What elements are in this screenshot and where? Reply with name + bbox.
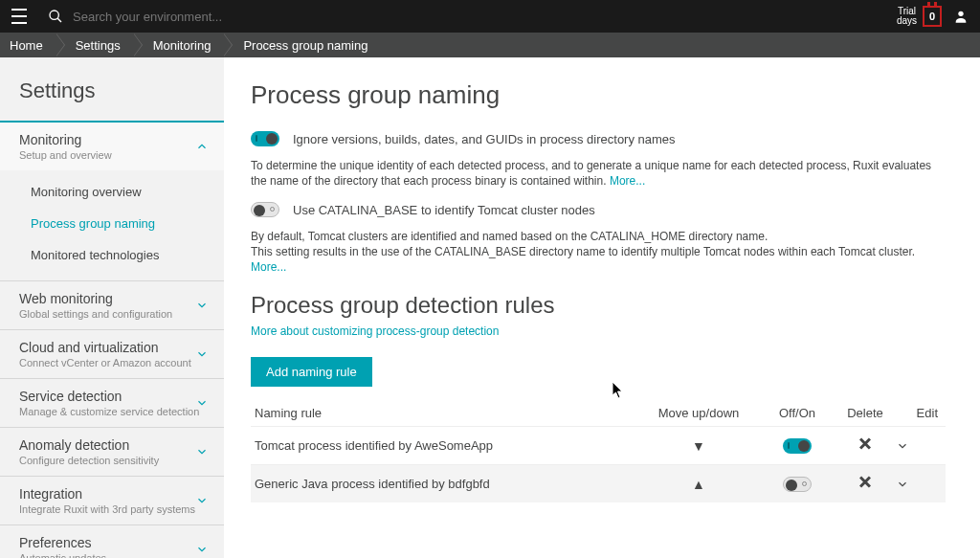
sidebar-item-process-group-naming[interactable]: Process group naming (0, 208, 224, 239)
desc-catalina-base: By default, Tomcat clusters are identifi… (251, 229, 946, 275)
breadcrumb: Home Settings Monitoring Process group n… (0, 33, 980, 57)
sidebar-section-service-detection[interactable]: Service detection Manage & customize ser… (0, 378, 224, 427)
crumb-home[interactable]: Home (0, 33, 56, 57)
delete-icon[interactable] (858, 436, 873, 452)
sidebar-item-monitored-technologies[interactable]: Monitored technologies (0, 239, 224, 271)
chevron-down-icon (195, 543, 209, 556)
expand-icon[interactable] (896, 478, 938, 491)
menu-icon[interactable] (11, 9, 27, 24)
search-icon[interactable] (48, 9, 63, 24)
crumb-current: Process group naming (224, 33, 381, 57)
sidebar-section-web-monitoring[interactable]: Web monitoring Global settings and confi… (0, 280, 224, 329)
move-up-icon[interactable]: ▲ (692, 477, 705, 492)
trial-label: Trial days (897, 7, 917, 26)
more-link-1[interactable]: More... (610, 174, 645, 188)
sidebar-section-preferences[interactable]: Preferences Automatic updates (0, 525, 224, 558)
topbar: Trial days 0 (0, 0, 980, 33)
section-title-rules: Process group detection rules (251, 292, 946, 319)
sidebar: Settings Monitoring Setup and overview M… (0, 57, 224, 558)
customize-link[interactable]: More about customizing process-group det… (251, 324, 946, 338)
sidebar-section-monitoring[interactable]: Monitoring Setup and overview (0, 121, 224, 170)
desc-ignore-versions: To determine the unique identity of each… (251, 158, 946, 189)
chevron-down-icon (195, 396, 209, 410)
rules-table: Naming rule Move up/down Off/On Delete E… (251, 400, 946, 502)
rules-header: Naming rule Move up/down Off/On Delete E… (251, 400, 946, 426)
main-content: Process group naming Ignore versions, bu… (224, 57, 980, 558)
rule-name: Generic Java process identified by bdfgb… (255, 477, 637, 491)
sidebar-section-integration[interactable]: Integration Integrate Ruxit with 3rd par… (0, 476, 224, 525)
delete-icon[interactable] (858, 475, 873, 490)
trial-days-badge[interactable]: 0 (923, 6, 942, 27)
toggle-catalina-base-label: Use CATALINA_BASE to identify Tomcat clu… (293, 203, 595, 217)
crumb-monitoring[interactable]: Monitoring (134, 33, 225, 57)
svg-line-1 (57, 18, 61, 22)
move-down-icon[interactable]: ▼ (692, 438, 705, 454)
rule-row: Generic Java process identified by bdfgb… (251, 464, 946, 502)
chevron-down-icon (195, 299, 209, 312)
expand-icon[interactable] (896, 439, 938, 453)
sidebar-item-monitoring-overview[interactable]: Monitoring overview (0, 176, 224, 208)
chevron-down-icon (195, 494, 209, 507)
svg-point-0 (50, 11, 58, 19)
toggle-ignore-versions-label: Ignore versions, builds, dates, and GUID… (293, 132, 676, 146)
toggle-ignore-versions[interactable] (251, 131, 279, 146)
sidebar-section-anomaly-detection[interactable]: Anomaly detection Configure detection se… (0, 427, 224, 476)
more-link-2[interactable]: More... (251, 260, 286, 274)
sidebar-title: Settings (0, 71, 224, 121)
rule-name: Tomcat process identified by AweSomeApp (255, 438, 637, 453)
rule-toggle[interactable] (783, 438, 812, 454)
rule-toggle[interactable] (783, 477, 812, 492)
svg-point-2 (958, 11, 963, 16)
sidebar-subitems: Monitoring overview Process group naming… (0, 170, 224, 280)
page-title: Process group naming (251, 80, 946, 110)
sidebar-section-cloud[interactable]: Cloud and virtualization Connect vCenter… (0, 329, 224, 378)
rule-row: Tomcat process identified by AweSomeApp … (251, 426, 946, 464)
crumb-settings[interactable]: Settings (56, 33, 134, 57)
search-input[interactable] (73, 10, 322, 24)
chevron-up-icon (195, 140, 209, 153)
chevron-down-icon (195, 347, 209, 361)
toggle-catalina-base[interactable] (251, 202, 279, 217)
add-naming-rule-button[interactable]: Add naming rule (251, 357, 372, 387)
chevron-down-icon (195, 445, 209, 458)
user-icon[interactable] (953, 9, 969, 24)
